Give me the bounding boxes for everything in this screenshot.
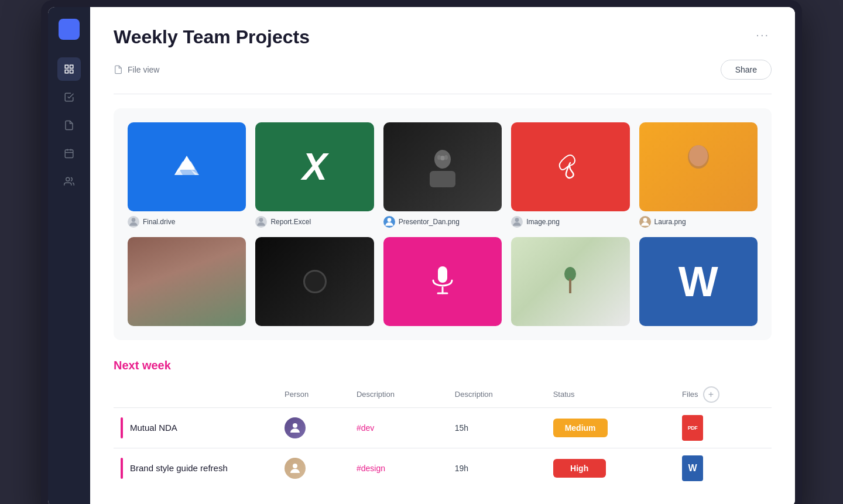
table-row: Brand style guide refresh (114, 448, 772, 488)
svg-point-13 (259, 218, 263, 222)
file-icon-word[interactable]: W (682, 455, 703, 481)
person-cell (277, 448, 349, 488)
status-cell: Medium (546, 407, 675, 448)
person-cell (277, 407, 349, 448)
file-meta: Image.png (511, 216, 629, 228)
divider (114, 94, 772, 94)
svg-point-12 (132, 218, 136, 222)
status-badge-high: High (553, 459, 606, 478)
file-card[interactable] (128, 237, 246, 326)
col-header-task (114, 382, 277, 408)
svg-point-23 (643, 218, 647, 222)
app-container: Weekly Team Projects ··· File view Share (48, 7, 795, 504)
task-name: Mutual NDA (130, 423, 177, 433)
table-header-row: Person Description Description Status (114, 382, 772, 408)
svg-point-17 (437, 155, 441, 160)
svg-point-20 (515, 218, 519, 222)
file-card[interactable]: Final.drive (128, 122, 246, 228)
add-column-button[interactable]: + (703, 386, 719, 403)
svg-point-18 (444, 155, 448, 160)
svg-rect-0 (65, 65, 68, 68)
file-avatar (128, 216, 139, 228)
sidebar-nav-files[interactable] (57, 114, 81, 137)
hours-cell: 15h (448, 407, 546, 448)
file-name: Laura.png (654, 218, 686, 226)
main-content: Weekly Team Projects ··· File view Share (90, 7, 795, 504)
files-cell: PDF (675, 407, 772, 448)
svg-point-8 (66, 177, 70, 181)
person-silhouette (678, 140, 719, 193)
avatar-icon (288, 421, 302, 435)
device-frame: Weekly Team Projects ··· File view Share (41, 0, 802, 504)
file-thumbnail-office (511, 237, 629, 326)
table-section: Next week Person Description (114, 359, 772, 488)
avatar-icon (288, 461, 302, 475)
svg-rect-28 (569, 279, 571, 293)
pdf-label: PDF (688, 425, 698, 431)
hours-text: 19h (455, 464, 468, 473)
file-meta: Presentor_Dan.png (383, 216, 502, 228)
file-card[interactable]: X Report.Excel (255, 122, 373, 228)
file-grid: Final.drive X Report.Excel (128, 122, 758, 326)
header-menu-button[interactable]: ··· (753, 26, 772, 44)
svg-rect-24 (438, 266, 447, 283)
file-view-icon (114, 65, 123, 74)
row-indicator: Brand style guide refresh (121, 458, 270, 479)
sidebar (48, 7, 90, 504)
svg-marker-9 (179, 156, 195, 170)
file-card[interactable] (255, 237, 373, 326)
table-row: Mutual NDA #de (114, 407, 772, 448)
files-cell: W (675, 448, 772, 488)
file-card[interactable]: Presentor_Dan.png (383, 122, 502, 228)
file-icon-pdf[interactable]: PDF (682, 415, 703, 441)
sidebar-nav-people[interactable] (57, 170, 81, 193)
file-thumbnail-drive (128, 122, 246, 211)
file-card[interactable] (383, 237, 502, 326)
file-thumbnail-word: W (639, 237, 758, 326)
file-view-button[interactable]: File view (114, 65, 159, 74)
file-name: Final.drive (143, 218, 175, 226)
pdf-icon (556, 152, 585, 181)
file-thumbnail-photo (383, 122, 502, 211)
row-bar (121, 458, 123, 479)
file-meta: Laura.png (639, 216, 758, 228)
file-name: Report.Excel (270, 218, 311, 226)
tag-cell: #design (349, 448, 448, 488)
file-thumbnail-excel: X (255, 122, 373, 211)
file-card[interactable]: W (639, 237, 758, 326)
file-card[interactable]: Laura.png (639, 122, 758, 228)
person-avatar (285, 458, 306, 479)
svg-rect-4 (65, 150, 73, 158)
file-card[interactable]: Image.png (511, 122, 629, 228)
svg-rect-2 (65, 70, 68, 73)
file-meta: Final.drive (128, 216, 246, 228)
svg-point-22 (689, 145, 708, 166)
data-table: Person Description Description Status (114, 382, 772, 488)
sidebar-nav-home[interactable] (57, 57, 81, 81)
file-thumbnail-pdf (511, 122, 629, 211)
tag-dev: #dev (357, 423, 374, 433)
file-avatar (511, 216, 523, 228)
status-cell: High (546, 448, 675, 488)
file-avatar (383, 216, 395, 228)
sidebar-nav-calendar[interactable] (57, 142, 81, 165)
share-button[interactable]: Share (721, 60, 772, 80)
svg-point-30 (293, 464, 297, 468)
task-cell: Mutual NDA (114, 407, 277, 448)
task-cell: Brand style guide refresh (114, 448, 277, 488)
file-view-label: File view (128, 65, 159, 74)
file-thumbnail-woman (128, 237, 246, 326)
file-avatar (255, 216, 267, 228)
tag-design: #design (357, 464, 385, 473)
svg-point-16 (440, 156, 445, 160)
page-title: Weekly Team Projects (114, 26, 310, 48)
section-title: Next week (114, 359, 772, 372)
file-card[interactable] (511, 237, 629, 326)
status-badge-medium: Medium (553, 419, 608, 437)
person-silhouette (425, 146, 460, 187)
file-meta: Report.Excel (255, 216, 373, 228)
page-header: Weekly Team Projects ··· (114, 26, 772, 48)
sidebar-nav-tasks[interactable] (57, 85, 81, 109)
plant-silhouette (561, 267, 579, 296)
col-header-status: Status (546, 382, 675, 408)
